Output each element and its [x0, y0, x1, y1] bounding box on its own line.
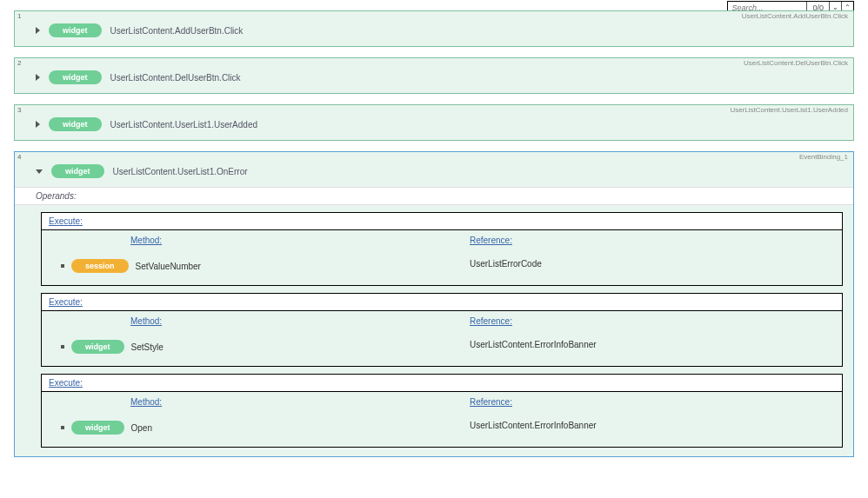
method-value: Open: [131, 423, 152, 433]
execute-panel: Execute: Method: session SetValueNumber …: [15, 205, 853, 286]
row-index: 3: [17, 106, 21, 114]
binding-row[interactable]: 3 UserListContent.UserList1.UserAdded wi…: [14, 104, 854, 141]
reference-label: Reference:: [442, 316, 833, 326]
reference-label: Reference:: [442, 397, 833, 407]
method-value: SetStyle: [131, 342, 164, 352]
bullet-icon: [61, 264, 64, 268]
method-label: Method:: [50, 397, 442, 407]
widget-tag: widget: [71, 421, 124, 435]
reference-label: Reference:: [442, 236, 833, 245]
row-id-label: UserListContent.UserList1.UserAdded: [730, 106, 848, 114]
row-index: 1: [17, 12, 21, 20]
expand-icon[interactable]: [36, 74, 40, 81]
bullet-icon: [61, 345, 64, 349]
row-text: UserListContent.UserList1.OnError: [113, 167, 248, 176]
widget-tag: widget: [71, 340, 124, 354]
widget-tag: widget: [49, 23, 102, 37]
widget-tag: widget: [49, 117, 102, 131]
widget-tag: widget: [51, 164, 104, 178]
widget-tag: widget: [49, 70, 102, 84]
row-text: UserListContent.UserList1.UserAdded: [110, 120, 258, 129]
operands-label: Operands:: [15, 187, 853, 205]
session-tag: session: [71, 259, 129, 273]
row-text: UserListContent.AddUserBtn.Click: [110, 26, 244, 36]
reference-value: UserListContent.ErrorInfoBanner: [470, 340, 597, 349]
reference-value: UserListErrorCode: [470, 259, 542, 269]
row-index: 2: [17, 59, 21, 67]
row-index: 4: [17, 153, 21, 161]
binding-row[interactable]: 1 UserListContent.AddUserBtn.Click widge…: [14, 10, 854, 47]
method-label: Method:: [50, 316, 442, 326]
bullet-icon: [61, 426, 64, 429]
method-value: SetValueNumber: [136, 262, 201, 271]
collapse-icon[interactable]: [36, 169, 43, 174]
execute-header[interactable]: Execute:: [42, 294, 842, 311]
method-label: Method:: [50, 236, 442, 245]
row-id-label: UserListContent.DelUserBtn.Click: [744, 59, 848, 67]
expand-icon[interactable]: [36, 121, 40, 128]
execute-panel: Execute: Method: widget Open Reference:: [15, 367, 853, 448]
row-id-label: EventBinding_1: [799, 153, 848, 161]
binding-row[interactable]: 2 UserListContent.DelUserBtn.Click widge…: [14, 57, 854, 94]
reference-value: UserListContent.ErrorInfoBanner: [470, 421, 597, 430]
row-id-label: UserListContent.AddUserBtn.Click: [742, 12, 848, 20]
expand-icon[interactable]: [36, 27, 40, 34]
row-text: UserListContent.DelUserBtn.Click: [110, 73, 241, 83]
execute-header[interactable]: Execute:: [42, 375, 842, 392]
binding-row-expanded[interactable]: 4 EventBinding_1 widget UserListContent.…: [14, 151, 854, 457]
execute-header[interactable]: Execute:: [42, 213, 842, 230]
execute-panel: Execute: Method: widget SetStyle Referen…: [15, 286, 853, 367]
